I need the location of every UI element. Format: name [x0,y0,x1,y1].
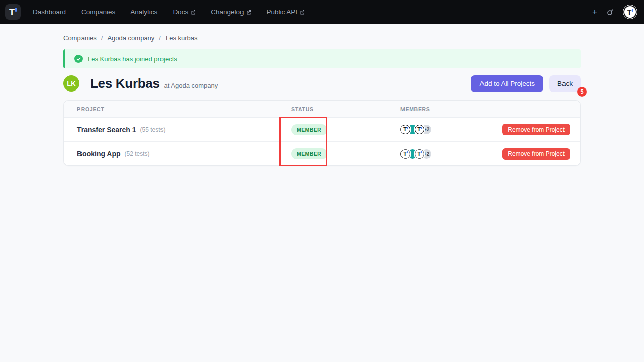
success-alert: Les Kurbas has joined projects [63,49,581,68]
avatar-stack: T T +2 [400,125,431,134]
brand-logo[interactable]: T [5,4,21,20]
status-cell: MEMBER [291,118,327,141]
nav-item-docs[interactable]: Docs [173,8,196,16]
avatar-tick-icon [421,151,422,153]
brand-letter: T [9,8,15,17]
column-header-members: Members [400,101,430,118]
project-cell: Transfer Search 1 (55 tests) [77,118,166,141]
projects-table-card: Project Status Members Transfer Search 1… [63,100,581,166]
member-avatar: T [415,125,424,134]
project-tests-count: (55 tests) [140,126,166,133]
page-subtitle: at Agoda company [164,82,218,89]
status-cell: MEMBER [291,142,327,166]
member-avatar: T [415,149,424,159]
remove-from-project-button[interactable]: Remove from Project [502,124,570,135]
external-link-icon [300,10,305,15]
brand-tick-icon [15,8,17,12]
alert-message: Les Kurbas has joined projects [88,55,177,63]
nav-item-public-api[interactable]: Public API [266,8,305,16]
avatar-stack: T T +2 [400,149,431,159]
navbar-right: + T [592,5,637,19]
page: T Dashboard Companies Analytics Docs Cha… [0,0,644,362]
avatar-tick-icon [407,151,408,153]
avatar-tick-icon [407,127,408,129]
breadcrumb: Companies / Agoda company / Les kurbas [63,34,198,42]
nav-item-changelog[interactable]: Changelog [211,8,251,16]
breadcrumb-separator: / [101,34,103,42]
members-cell: T T +2 [400,142,431,166]
action-cell: Remove from Project [502,142,570,166]
member-avatar: T [400,149,410,159]
back-button-wrap: Back 5 [549,75,581,92]
external-link-icon [191,10,196,15]
breadcrumb-les-kurbas: Les kurbas [166,34,198,42]
table-row: Transfer Search 1 (55 tests) MEMBER T T … [64,118,580,142]
breadcrumb-companies[interactable]: Companies [63,34,97,42]
nav-links: Dashboard Companies Analytics Docs Chang… [33,8,305,16]
top-navbar: T Dashboard Companies Analytics Docs Cha… [0,0,644,24]
member-avatar: T [400,125,410,134]
project-name: Booking App [77,150,121,158]
status-badge: MEMBER [291,148,327,159]
user-avatar-letter: T [627,8,632,16]
user-avatar-tick-icon [632,9,633,12]
column-header-status: Status [291,101,314,118]
project-tests-count: (52 tests) [125,150,150,157]
breadcrumb-agoda-company[interactable]: Agoda company [107,34,154,42]
avatar: LK [63,75,79,92]
page-title: Les Kurbas [90,76,160,92]
project-name: Transfer Search 1 [77,126,136,134]
check-circle-icon [74,55,83,63]
status-badge: MEMBER [291,124,327,135]
nav-item-analytics[interactable]: Analytics [130,8,157,16]
nav-item-companies[interactable]: Companies [81,8,115,16]
members-cell: T T +2 [400,118,431,141]
add-to-all-projects-button[interactable]: Add to All Projects [471,75,543,92]
remove-from-project-button[interactable]: Remove from Project [502,148,570,160]
nav-item-dashboard[interactable]: Dashboard [33,8,66,16]
user-avatar[interactable]: T [623,5,637,19]
action-cell: Remove from Project [502,118,570,141]
table-row: Booking App (52 tests) MEMBER T T +2 Rem… [64,142,580,166]
title-row: LK Les Kurbas at Agoda company Add to Al… [63,74,581,93]
breadcrumb-separator: / [159,34,161,42]
column-header-project: Project [77,101,105,118]
external-link-icon [246,10,251,15]
notification-badge: 5 [577,87,587,97]
plus-icon[interactable]: + [592,8,597,16]
project-cell: Booking App (52 tests) [77,142,150,166]
back-button[interactable]: Back [549,75,581,92]
table-header: Project Status Members [64,101,580,118]
search-icon[interactable] [606,8,614,16]
title-actions: Add to All Projects Back 5 [471,75,581,92]
avatar-tick-icon [421,127,422,129]
